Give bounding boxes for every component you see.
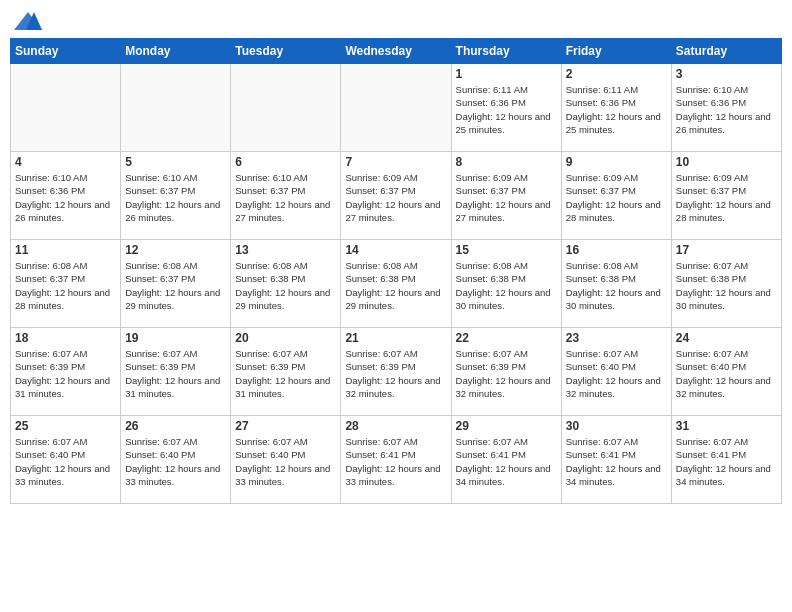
calendar-cell: 18Sunrise: 6:07 AM Sunset: 6:39 PM Dayli…	[11, 328, 121, 416]
day-number: 18	[15, 331, 116, 345]
day-info: Sunrise: 6:10 AM Sunset: 6:36 PM Dayligh…	[15, 171, 116, 224]
week-row-1: 1Sunrise: 6:11 AM Sunset: 6:36 PM Daylig…	[11, 64, 782, 152]
day-number: 31	[676, 419, 777, 433]
calendar-cell: 4Sunrise: 6:10 AM Sunset: 6:36 PM Daylig…	[11, 152, 121, 240]
calendar-cell	[121, 64, 231, 152]
day-number: 11	[15, 243, 116, 257]
dow-saturday: Saturday	[671, 39, 781, 64]
calendar-cell	[11, 64, 121, 152]
day-number: 15	[456, 243, 557, 257]
calendar-cell: 31Sunrise: 6:07 AM Sunset: 6:41 PM Dayli…	[671, 416, 781, 504]
day-info: Sunrise: 6:08 AM Sunset: 6:38 PM Dayligh…	[345, 259, 446, 312]
day-info: Sunrise: 6:10 AM Sunset: 6:37 PM Dayligh…	[125, 171, 226, 224]
day-info: Sunrise: 6:07 AM Sunset: 6:39 PM Dayligh…	[345, 347, 446, 400]
calendar-cell: 29Sunrise: 6:07 AM Sunset: 6:41 PM Dayli…	[451, 416, 561, 504]
day-number: 25	[15, 419, 116, 433]
day-info: Sunrise: 6:10 AM Sunset: 6:37 PM Dayligh…	[235, 171, 336, 224]
day-info: Sunrise: 6:07 AM Sunset: 6:40 PM Dayligh…	[676, 347, 777, 400]
day-info: Sunrise: 6:07 AM Sunset: 6:40 PM Dayligh…	[125, 435, 226, 488]
calendar-cell: 6Sunrise: 6:10 AM Sunset: 6:37 PM Daylig…	[231, 152, 341, 240]
day-info: Sunrise: 6:11 AM Sunset: 6:36 PM Dayligh…	[456, 83, 557, 136]
dow-monday: Monday	[121, 39, 231, 64]
day-info: Sunrise: 6:08 AM Sunset: 6:38 PM Dayligh…	[566, 259, 667, 312]
calendar-cell: 27Sunrise: 6:07 AM Sunset: 6:40 PM Dayli…	[231, 416, 341, 504]
day-number: 17	[676, 243, 777, 257]
calendar-cell: 24Sunrise: 6:07 AM Sunset: 6:40 PM Dayli…	[671, 328, 781, 416]
header	[10, 10, 782, 32]
day-number: 29	[456, 419, 557, 433]
day-number: 2	[566, 67, 667, 81]
day-number: 21	[345, 331, 446, 345]
day-number: 3	[676, 67, 777, 81]
calendar-cell	[341, 64, 451, 152]
day-number: 6	[235, 155, 336, 169]
day-number: 20	[235, 331, 336, 345]
dow-tuesday: Tuesday	[231, 39, 341, 64]
day-info: Sunrise: 6:09 AM Sunset: 6:37 PM Dayligh…	[345, 171, 446, 224]
calendar-cell: 13Sunrise: 6:08 AM Sunset: 6:38 PM Dayli…	[231, 240, 341, 328]
day-number: 28	[345, 419, 446, 433]
day-number: 7	[345, 155, 446, 169]
dow-friday: Friday	[561, 39, 671, 64]
day-number: 27	[235, 419, 336, 433]
day-number: 13	[235, 243, 336, 257]
calendar-cell: 19Sunrise: 6:07 AM Sunset: 6:39 PM Dayli…	[121, 328, 231, 416]
day-info: Sunrise: 6:07 AM Sunset: 6:39 PM Dayligh…	[456, 347, 557, 400]
day-number: 19	[125, 331, 226, 345]
calendar-cell: 10Sunrise: 6:09 AM Sunset: 6:37 PM Dayli…	[671, 152, 781, 240]
day-info: Sunrise: 6:07 AM Sunset: 6:41 PM Dayligh…	[345, 435, 446, 488]
day-info: Sunrise: 6:08 AM Sunset: 6:38 PM Dayligh…	[456, 259, 557, 312]
day-number: 5	[125, 155, 226, 169]
day-number: 9	[566, 155, 667, 169]
day-info: Sunrise: 6:07 AM Sunset: 6:38 PM Dayligh…	[676, 259, 777, 312]
dow-sunday: Sunday	[11, 39, 121, 64]
day-info: Sunrise: 6:08 AM Sunset: 6:37 PM Dayligh…	[125, 259, 226, 312]
calendar-cell: 16Sunrise: 6:08 AM Sunset: 6:38 PM Dayli…	[561, 240, 671, 328]
day-number: 1	[456, 67, 557, 81]
calendar-cell: 22Sunrise: 6:07 AM Sunset: 6:39 PM Dayli…	[451, 328, 561, 416]
calendar-cell: 3Sunrise: 6:10 AM Sunset: 6:36 PM Daylig…	[671, 64, 781, 152]
calendar-cell: 7Sunrise: 6:09 AM Sunset: 6:37 PM Daylig…	[341, 152, 451, 240]
calendar-cell: 26Sunrise: 6:07 AM Sunset: 6:40 PM Dayli…	[121, 416, 231, 504]
day-info: Sunrise: 6:07 AM Sunset: 6:41 PM Dayligh…	[456, 435, 557, 488]
day-info: Sunrise: 6:07 AM Sunset: 6:39 PM Dayligh…	[15, 347, 116, 400]
day-info: Sunrise: 6:07 AM Sunset: 6:41 PM Dayligh…	[566, 435, 667, 488]
day-number: 24	[676, 331, 777, 345]
calendar-cell: 12Sunrise: 6:08 AM Sunset: 6:37 PM Dayli…	[121, 240, 231, 328]
day-info: Sunrise: 6:07 AM Sunset: 6:39 PM Dayligh…	[235, 347, 336, 400]
calendar-cell: 2Sunrise: 6:11 AM Sunset: 6:36 PM Daylig…	[561, 64, 671, 152]
dow-wednesday: Wednesday	[341, 39, 451, 64]
day-info: Sunrise: 6:07 AM Sunset: 6:39 PM Dayligh…	[125, 347, 226, 400]
calendar: SundayMondayTuesdayWednesdayThursdayFrid…	[10, 38, 782, 504]
day-info: Sunrise: 6:07 AM Sunset: 6:40 PM Dayligh…	[235, 435, 336, 488]
day-number: 12	[125, 243, 226, 257]
calendar-cell: 28Sunrise: 6:07 AM Sunset: 6:41 PM Dayli…	[341, 416, 451, 504]
day-number: 8	[456, 155, 557, 169]
day-number: 26	[125, 419, 226, 433]
logo	[14, 10, 46, 32]
week-row-4: 18Sunrise: 6:07 AM Sunset: 6:39 PM Dayli…	[11, 328, 782, 416]
day-info: Sunrise: 6:11 AM Sunset: 6:36 PM Dayligh…	[566, 83, 667, 136]
calendar-cell: 30Sunrise: 6:07 AM Sunset: 6:41 PM Dayli…	[561, 416, 671, 504]
calendar-cell: 20Sunrise: 6:07 AM Sunset: 6:39 PM Dayli…	[231, 328, 341, 416]
calendar-cell: 15Sunrise: 6:08 AM Sunset: 6:38 PM Dayli…	[451, 240, 561, 328]
day-info: Sunrise: 6:09 AM Sunset: 6:37 PM Dayligh…	[676, 171, 777, 224]
logo-icon	[14, 10, 42, 32]
day-number: 23	[566, 331, 667, 345]
week-row-2: 4Sunrise: 6:10 AM Sunset: 6:36 PM Daylig…	[11, 152, 782, 240]
calendar-cell	[231, 64, 341, 152]
day-info: Sunrise: 6:10 AM Sunset: 6:36 PM Dayligh…	[676, 83, 777, 136]
day-of-week-header: SundayMondayTuesdayWednesdayThursdayFrid…	[11, 39, 782, 64]
calendar-cell: 11Sunrise: 6:08 AM Sunset: 6:37 PM Dayli…	[11, 240, 121, 328]
day-number: 10	[676, 155, 777, 169]
day-number: 22	[456, 331, 557, 345]
calendar-cell: 25Sunrise: 6:07 AM Sunset: 6:40 PM Dayli…	[11, 416, 121, 504]
day-info: Sunrise: 6:09 AM Sunset: 6:37 PM Dayligh…	[566, 171, 667, 224]
calendar-cell: 9Sunrise: 6:09 AM Sunset: 6:37 PM Daylig…	[561, 152, 671, 240]
day-number: 16	[566, 243, 667, 257]
day-info: Sunrise: 6:07 AM Sunset: 6:40 PM Dayligh…	[15, 435, 116, 488]
week-row-5: 25Sunrise: 6:07 AM Sunset: 6:40 PM Dayli…	[11, 416, 782, 504]
calendar-cell: 5Sunrise: 6:10 AM Sunset: 6:37 PM Daylig…	[121, 152, 231, 240]
day-info: Sunrise: 6:08 AM Sunset: 6:38 PM Dayligh…	[235, 259, 336, 312]
day-info: Sunrise: 6:07 AM Sunset: 6:40 PM Dayligh…	[566, 347, 667, 400]
